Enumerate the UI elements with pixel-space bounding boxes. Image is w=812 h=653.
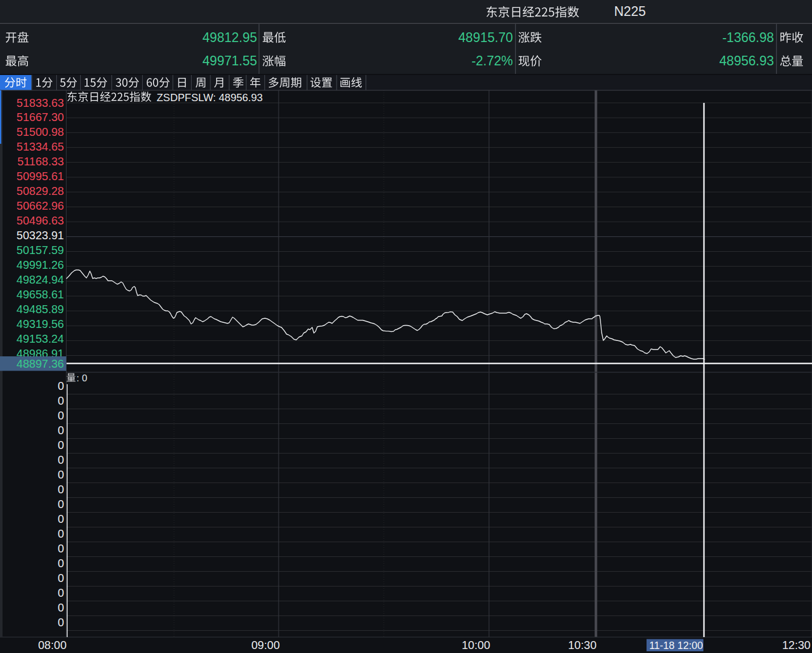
svg-text:-1366.98: -1366.98 bbox=[722, 30, 774, 45]
svg-text:10:00: 10:00 bbox=[462, 639, 490, 651]
svg-text:49485.89: 49485.89 bbox=[16, 303, 64, 315]
svg-text:49971.55: 49971.55 bbox=[202, 53, 257, 68]
svg-text:N225: N225 bbox=[614, 4, 646, 19]
svg-text:0: 0 bbox=[57, 601, 64, 614]
svg-text:10:30: 10:30 bbox=[568, 639, 596, 651]
svg-text:50995.61: 50995.61 bbox=[16, 170, 64, 182]
svg-text:09:00: 09:00 bbox=[251, 639, 280, 651]
svg-text:50829.28: 50829.28 bbox=[16, 185, 64, 197]
svg-text:0: 0 bbox=[57, 380, 64, 392]
svg-text:12:30: 12:30 bbox=[782, 639, 810, 651]
svg-text:0: 0 bbox=[57, 587, 64, 599]
svg-text:0: 0 bbox=[57, 394, 64, 407]
svg-text:51334.65: 51334.65 bbox=[16, 140, 64, 153]
svg-text:50662.96: 50662.96 bbox=[16, 199, 64, 212]
svg-text:0: 0 bbox=[57, 513, 64, 525]
svg-text:0: 0 bbox=[57, 572, 64, 584]
svg-text:0: 0 bbox=[57, 468, 64, 481]
svg-text:0: 0 bbox=[57, 616, 64, 629]
svg-text:0: 0 bbox=[57, 557, 64, 569]
svg-text:: 0: : 0 bbox=[77, 373, 88, 384]
svg-text:11-18 12:00: 11-18 12:00 bbox=[649, 640, 703, 651]
svg-text:0: 0 bbox=[57, 483, 64, 496]
svg-text:0: 0 bbox=[57, 409, 64, 422]
svg-text:-2.72%: -2.72% bbox=[471, 53, 513, 68]
svg-text:51833.63: 51833.63 bbox=[16, 97, 64, 109]
svg-text:49812.95: 49812.95 bbox=[202, 30, 257, 45]
svg-text:49658.61: 49658.61 bbox=[16, 288, 64, 301]
svg-text:ZSDPFSLW: 48956.93: ZSDPFSLW: 48956.93 bbox=[157, 91, 263, 103]
svg-text:0: 0 bbox=[57, 439, 64, 451]
svg-text:08:00: 08:00 bbox=[38, 639, 67, 651]
svg-text:50496.63: 50496.63 bbox=[16, 214, 64, 227]
svg-text:51500.98: 51500.98 bbox=[16, 126, 64, 138]
svg-text:49824.94: 49824.94 bbox=[16, 273, 64, 286]
svg-text:49319.56: 49319.56 bbox=[16, 318, 64, 330]
svg-text:48897.36: 48897.36 bbox=[16, 357, 64, 370]
svg-text:48915.70: 48915.70 bbox=[458, 30, 513, 45]
svg-text:0: 0 bbox=[57, 542, 64, 555]
svg-text:51168.33: 51168.33 bbox=[18, 155, 64, 168]
svg-text:0: 0 bbox=[57, 454, 64, 466]
svg-text:0: 0 bbox=[57, 424, 64, 436]
svg-text:50157.59: 50157.59 bbox=[16, 244, 64, 256]
svg-text:50323.91: 50323.91 bbox=[16, 229, 64, 242]
svg-text:49153.24: 49153.24 bbox=[16, 332, 64, 345]
svg-text:48956.93: 48956.93 bbox=[719, 53, 774, 68]
svg-text:0: 0 bbox=[57, 527, 64, 540]
svg-text:51667.30: 51667.30 bbox=[16, 111, 64, 123]
svg-text:0: 0 bbox=[57, 498, 64, 510]
svg-text:49991.26: 49991.26 bbox=[16, 259, 64, 271]
